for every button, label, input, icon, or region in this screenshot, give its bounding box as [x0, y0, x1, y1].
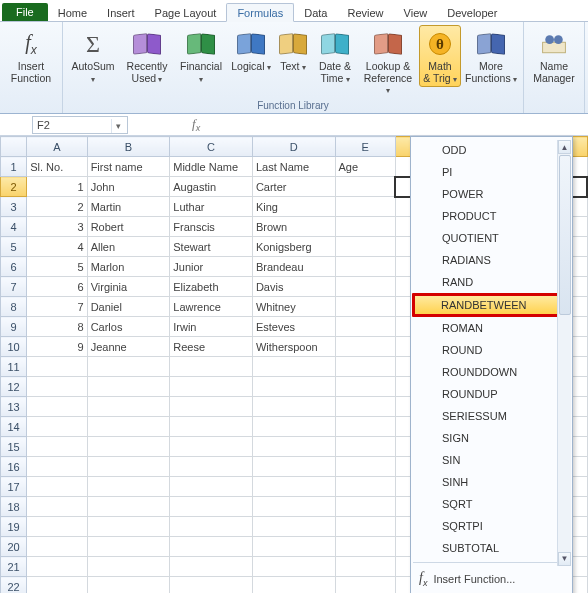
cell[interactable]: 6: [27, 277, 87, 297]
fx-icon[interactable]: f: [192, 116, 200, 134]
menu-item-rand[interactable]: RAND: [413, 271, 570, 293]
cell[interactable]: [87, 437, 170, 457]
row-header[interactable]: 21: [1, 557, 27, 577]
cell[interactable]: [87, 577, 170, 594]
cell[interactable]: [335, 197, 395, 217]
row-header[interactable]: 18: [1, 497, 27, 517]
cell[interactable]: [252, 557, 335, 577]
menu-item-quotient[interactable]: QUOTIENT: [413, 227, 570, 249]
menu-item-roundup[interactable]: ROUNDUP: [413, 383, 570, 405]
tab-review[interactable]: Review: [337, 4, 393, 21]
menu-item-sign[interactable]: SIGN: [413, 427, 570, 449]
cell[interactable]: Allen: [87, 237, 170, 257]
cell[interactable]: 4: [27, 237, 87, 257]
cell[interactable]: [335, 517, 395, 537]
cell[interactable]: [335, 497, 395, 517]
cell[interactable]: [335, 357, 395, 377]
row-header[interactable]: 17: [1, 477, 27, 497]
col-header-A[interactable]: A: [27, 137, 87, 157]
cell[interactable]: 7: [27, 297, 87, 317]
menu-item-product[interactable]: PRODUCT: [413, 205, 570, 227]
cell[interactable]: [170, 397, 253, 417]
cell[interactable]: Virginia: [87, 277, 170, 297]
cell[interactable]: [252, 397, 335, 417]
row-header[interactable]: 10: [1, 337, 27, 357]
tab-page-layout[interactable]: Page Layout: [145, 4, 227, 21]
cell[interactable]: [252, 497, 335, 517]
scroll-thumb[interactable]: [559, 155, 571, 315]
cell[interactable]: [170, 577, 253, 594]
cell[interactable]: [252, 417, 335, 437]
cell[interactable]: Last Name: [252, 157, 335, 177]
cell[interactable]: [87, 397, 170, 417]
cell[interactable]: [335, 537, 395, 557]
cell[interactable]: 2: [27, 197, 87, 217]
row-header[interactable]: 5: [1, 237, 27, 257]
cell[interactable]: Daniel: [87, 297, 170, 317]
row-header[interactable]: 15: [1, 437, 27, 457]
name-manager-button[interactable]: NameManager: [528, 25, 580, 87]
menu-item-sinh[interactable]: SINH: [413, 471, 570, 493]
cell[interactable]: [170, 417, 253, 437]
row-header[interactable]: 22: [1, 577, 27, 594]
cell[interactable]: [87, 357, 170, 377]
cell[interactable]: [252, 577, 335, 594]
cell[interactable]: [170, 457, 253, 477]
cell[interactable]: Luthar: [170, 197, 253, 217]
name-box[interactable]: F2 ▾: [32, 116, 128, 134]
menu-scrollbar[interactable]: ▲ ▼: [557, 140, 571, 566]
cell[interactable]: Age: [335, 157, 395, 177]
cell[interactable]: Carter: [252, 177, 335, 197]
cell[interactable]: Robert: [87, 217, 170, 237]
cell[interactable]: [335, 317, 395, 337]
cell[interactable]: [87, 477, 170, 497]
cell[interactable]: [170, 437, 253, 457]
insert-function-menu-item[interactable]: fx Insert Function...: [411, 566, 572, 592]
cell[interactable]: Irwin: [170, 317, 253, 337]
row-header[interactable]: 4: [1, 217, 27, 237]
cell[interactable]: [252, 477, 335, 497]
cell[interactable]: Elizabeth: [170, 277, 253, 297]
cell[interactable]: [87, 417, 170, 437]
cell[interactable]: Whitney: [252, 297, 335, 317]
row-header[interactable]: 19: [1, 517, 27, 537]
cell[interactable]: [170, 377, 253, 397]
cell[interactable]: [252, 517, 335, 537]
row-header[interactable]: 6: [1, 257, 27, 277]
cell[interactable]: [27, 457, 87, 477]
cell[interactable]: Jeanne: [87, 337, 170, 357]
cell[interactable]: [252, 377, 335, 397]
financial-button[interactable]: Financial: [175, 25, 227, 88]
row-header[interactable]: 13: [1, 397, 27, 417]
cell[interactable]: [27, 477, 87, 497]
cell[interactable]: [335, 177, 395, 197]
menu-item-rounddown[interactable]: ROUNDDOWN: [413, 361, 570, 383]
cell[interactable]: [87, 497, 170, 517]
math-trig-dropdown[interactable]: ODDPIPOWERPRODUCTQUOTIENTRADIANSRANDRAND…: [410, 136, 573, 593]
cell[interactable]: Junior: [170, 257, 253, 277]
cell[interactable]: [87, 377, 170, 397]
tab-home[interactable]: Home: [48, 4, 97, 21]
cell[interactable]: [335, 377, 395, 397]
cell[interactable]: Stewart: [170, 237, 253, 257]
scroll-up-arrow-icon[interactable]: ▲: [558, 140, 571, 154]
cell[interactable]: [27, 417, 87, 437]
menu-item-sin[interactable]: SIN: [413, 449, 570, 471]
row-header[interactable]: 1: [1, 157, 27, 177]
cell[interactable]: [27, 437, 87, 457]
cell[interactable]: [27, 377, 87, 397]
cell[interactable]: 3: [27, 217, 87, 237]
row-header[interactable]: 16: [1, 457, 27, 477]
cell[interactable]: [27, 497, 87, 517]
tab-view[interactable]: View: [394, 4, 438, 21]
tab-file[interactable]: File: [2, 3, 48, 21]
cell[interactable]: 1: [27, 177, 87, 197]
cell[interactable]: [87, 537, 170, 557]
cell[interactable]: Brandeau: [252, 257, 335, 277]
menu-item-odd[interactable]: ODD: [413, 139, 570, 161]
cell[interactable]: Middle Name: [170, 157, 253, 177]
cell[interactable]: [170, 357, 253, 377]
cell[interactable]: Carlos: [87, 317, 170, 337]
cell[interactable]: Martin: [87, 197, 170, 217]
more-functions-button[interactable]: MoreFunctions: [463, 25, 519, 87]
